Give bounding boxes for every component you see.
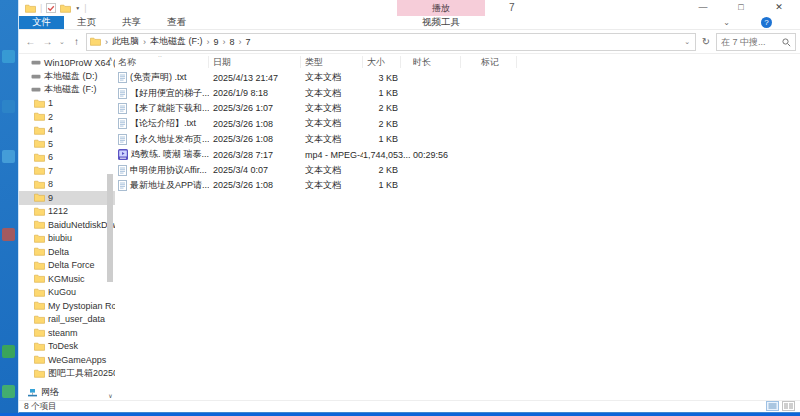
customize-quick-access-icon[interactable]: ▼ xyxy=(75,5,80,11)
sidebar-item-7[interactable]: 7 xyxy=(19,164,115,178)
sidebar-item-本地磁盘 (D:)[interactable]: 本地磁盘 (D:) xyxy=(19,70,115,84)
file-date: 2025/4/13 21:47 xyxy=(209,73,301,83)
sidebar-item-WeGameApps[interactable]: WeGameApps xyxy=(19,353,115,367)
sidebar-item-1[interactable]: 1 xyxy=(19,97,115,111)
search-box xyxy=(716,33,796,51)
breadcrumb[interactable]: ›此电脑›本地磁盘 (F:)›9›8›7⌄ xyxy=(86,33,696,51)
folder-icon xyxy=(34,288,45,297)
breadcrumb-separator-icon: › xyxy=(101,37,112,47)
tab-share[interactable]: 共享 xyxy=(109,16,154,29)
sidebar-item-label: Delta xyxy=(48,247,69,257)
sidebar-item-本地磁盘 (F:)[interactable]: 本地磁盘 (F:) xyxy=(19,83,115,97)
sidebar-item-BaiduNetdiskDow[interactable]: BaiduNetdiskDow xyxy=(19,218,115,232)
sidebar-item-biubiu[interactable]: biubiu xyxy=(19,232,115,246)
scrollbar-thumb[interactable] xyxy=(107,174,113,282)
sidebar-item-My Dystopian Ro[interactable]: My Dystopian Ro xyxy=(19,299,115,313)
breadcrumb-item[interactable]: 7 xyxy=(246,37,251,47)
column-header-date[interactable]: 日期 xyxy=(209,56,301,68)
column-header-type[interactable]: 类型 xyxy=(301,56,363,68)
new-folder-icon[interactable] xyxy=(60,0,71,17)
minimize-button[interactable]: — xyxy=(684,0,722,15)
sidebar-item-KGMusic[interactable]: KGMusic xyxy=(19,272,115,286)
sidebar-scrollbar[interactable]: ∧ ∨ xyxy=(106,54,115,400)
separator: | xyxy=(40,2,42,14)
back-icon[interactable]: ← xyxy=(23,36,38,47)
contextual-group-play[interactable]: 播放 xyxy=(397,0,485,16)
search-icon xyxy=(782,33,791,51)
desktop-icon[interactable] xyxy=(2,100,15,113)
desktop-icon[interactable] xyxy=(2,150,15,163)
sidebar-item-2[interactable]: 2 xyxy=(19,110,115,124)
sidebar-item-8[interactable]: 8 xyxy=(19,178,115,192)
text-file-icon xyxy=(118,72,127,83)
recent-locations-icon[interactable]: ⌄ xyxy=(57,38,67,46)
desktop-icon[interactable] xyxy=(2,50,15,63)
folder-icon xyxy=(34,126,45,135)
text-file-icon xyxy=(118,88,127,99)
sidebar-item-5[interactable]: 5 xyxy=(19,137,115,151)
scroll-up-icon[interactable]: ∧ xyxy=(106,55,115,62)
sidebar-item-KuGou[interactable]: KuGou xyxy=(19,286,115,300)
desktop-icon[interactable] xyxy=(2,345,15,358)
file-row[interactable]: (免责声明) .txt2025/4/13 21:47文本文档3 KB xyxy=(115,70,800,85)
column-headers: ⌃名称日期类型大小时长标记 xyxy=(115,54,800,70)
refresh-icon[interactable]: ↻ xyxy=(698,36,714,47)
tab-home[interactable]: 主页 xyxy=(64,16,109,29)
scroll-down-icon[interactable]: ∨ xyxy=(106,392,115,399)
tab-file[interactable]: 文件 xyxy=(19,16,64,29)
folder-icon xyxy=(34,193,45,202)
desktop-icon[interactable] xyxy=(2,228,15,241)
column-header-tags[interactable]: 标记 xyxy=(461,56,517,68)
address-dropdown-icon[interactable]: ⌄ xyxy=(684,38,692,46)
file-name-cell: 鸡教练. 喷潮 瑞泰... xyxy=(115,148,209,161)
sidebar-item-Delta[interactable]: Delta xyxy=(19,245,115,259)
file-date: 2025/3/26 1:08 xyxy=(209,180,301,190)
sidebar-item-6[interactable]: 6 xyxy=(19,151,115,165)
folder-icon xyxy=(34,369,45,378)
file-row[interactable]: 【论坛介绍】.txt2025/3/26 1:08文本文档2 KB xyxy=(115,116,800,131)
sidebar-item-Win10ProW X64 (C[interactable]: Win10ProW X64 (C xyxy=(19,56,115,70)
properties-icon[interactable] xyxy=(46,0,56,17)
file-row[interactable]: 【来了就能下载和...2025/3/26 1:07文本文档2 KB xyxy=(115,101,800,116)
expand-ribbon-icon[interactable]: ⌄ xyxy=(723,16,730,29)
breadcrumb-item[interactable]: 此电脑 xyxy=(112,35,139,48)
sidebar-item-图吧工具箱202502[interactable]: 图吧工具箱202502 xyxy=(19,367,115,381)
tab-view[interactable]: 查看 xyxy=(154,16,199,29)
sidebar-item-rail_user_data[interactable]: rail_user_data xyxy=(19,313,115,327)
folder-icon xyxy=(34,274,45,283)
desktop-icon[interactable] xyxy=(2,385,15,398)
folder-icon xyxy=(34,355,45,364)
sidebar-item-label: 4 xyxy=(48,125,53,135)
breadcrumb-item[interactable]: 本地磁盘 (F:) xyxy=(150,35,203,48)
sidebar-item-steanm[interactable]: steanm xyxy=(19,326,115,340)
sidebar-item-网络[interactable]: 网络 xyxy=(19,386,115,400)
sidebar-item-9[interactable]: 9 xyxy=(19,191,115,205)
file-row[interactable]: 鸡教练. 喷潮 瑞泰...2026/3/28 7:17mp4 - MPEG-4 … xyxy=(115,147,800,162)
sidebar-item-1212[interactable]: 1212 xyxy=(19,205,115,219)
file-row[interactable]: 申明使用协议Affir...2025/3/4 0:07文本文档2 KB xyxy=(115,162,800,177)
up-icon[interactable]: ↑ xyxy=(69,36,84,47)
folder-icon xyxy=(34,261,45,270)
thumbnails-view-icon[interactable] xyxy=(782,401,795,413)
close-button[interactable]: ✕ xyxy=(760,0,798,15)
sidebar-item-4[interactable]: 4 xyxy=(19,124,115,138)
sidebar-item-Delta Force[interactable]: Delta Force xyxy=(19,259,115,273)
forward-icon[interactable]: → xyxy=(40,36,55,47)
tab-video-tools[interactable]: 视频工具 xyxy=(397,16,485,29)
details-view-icon[interactable] xyxy=(766,401,779,413)
file-date: 2025/3/26 1:08 xyxy=(209,134,301,144)
sidebar-item-ToDesk[interactable]: ToDesk xyxy=(19,340,115,354)
file-name: (免责声明) .txt xyxy=(130,71,187,84)
file-row[interactable]: 【好用便宜的梯子...2026/1/9 8:18文本文档1 KB xyxy=(115,85,800,100)
folder-icon xyxy=(34,220,45,229)
maximize-button[interactable]: □ xyxy=(722,0,760,15)
column-header-duration[interactable]: 时长 xyxy=(401,56,461,68)
file-row[interactable]: 【永久地址发布页...2025/3/26 1:08文本文档1 KB xyxy=(115,132,800,147)
search-input[interactable] xyxy=(721,37,782,47)
file-size: 1 KB xyxy=(363,134,401,144)
column-header-size[interactable]: 大小 xyxy=(363,56,401,68)
column-header-name[interactable]: ⌃名称 xyxy=(115,56,209,68)
file-row[interactable]: 最新地址及APP请...2025/3/26 1:08文本文档1 KB xyxy=(115,178,800,193)
help-icon[interactable]: ? xyxy=(761,17,772,28)
text-file-icon xyxy=(118,103,127,114)
